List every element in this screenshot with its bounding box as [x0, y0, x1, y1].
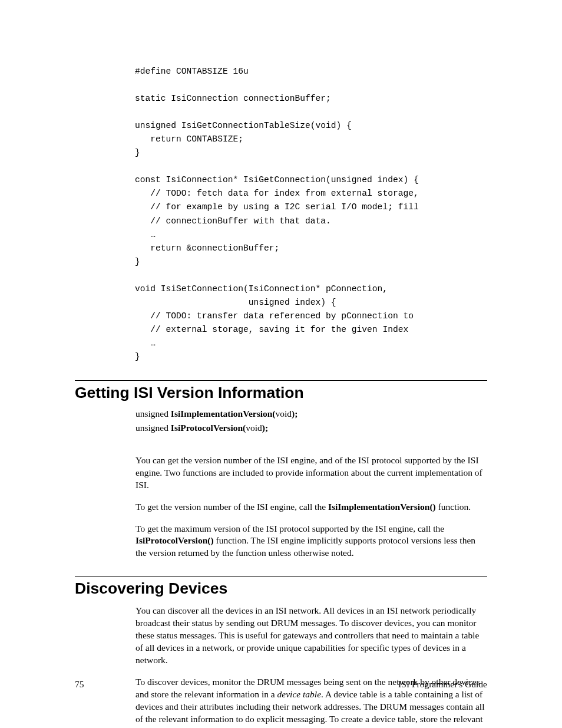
code-block: #define CONTABSIZE 16u static IsiConnect…	[75, 65, 487, 364]
text: To get the version number of the ISI eng…	[135, 502, 328, 512]
sig-func: IsiImplementationVersion(	[171, 409, 276, 419]
paragraph: You can get the version number of the IS…	[75, 454, 487, 492]
guide-title: ISI Programmer's Guide	[398, 679, 487, 690]
sig-prefix: unsigned	[135, 423, 171, 433]
inline-bold: IsiImplementationVersion()	[328, 502, 436, 512]
inline-italic: device table	[277, 689, 321, 699]
paragraph: You can discover all the devices in an I…	[75, 605, 487, 667]
inline-bold: IsiProtocolVersion()	[135, 535, 214, 545]
text: To get the maximum version of the ISI pr…	[135, 523, 444, 533]
sig-close: );	[292, 409, 297, 419]
section-heading-discovering: Discovering Devices	[75, 576, 487, 598]
signature-line: unsigned IsiProtocolVersion(void);	[75, 422, 487, 434]
page-number: 75	[75, 679, 84, 690]
paragraph: To get the maximum version of the ISI pr…	[75, 523, 487, 560]
sig-close: );	[262, 423, 268, 433]
text: function.	[436, 502, 471, 512]
sig-prefix: unsigned	[135, 409, 171, 419]
page-footer: 75 ISI Programmer's Guide	[75, 679, 487, 690]
section-heading-version: Getting ISI Version Information	[75, 380, 487, 402]
signature-line: unsigned IsiImplementationVersion(void);	[75, 408, 487, 420]
sig-arg: void	[246, 423, 262, 433]
sig-func: IsiProtocolVersion(	[171, 423, 246, 433]
sig-arg: void	[276, 409, 292, 419]
paragraph: To get the version number of the ISI eng…	[75, 501, 487, 513]
